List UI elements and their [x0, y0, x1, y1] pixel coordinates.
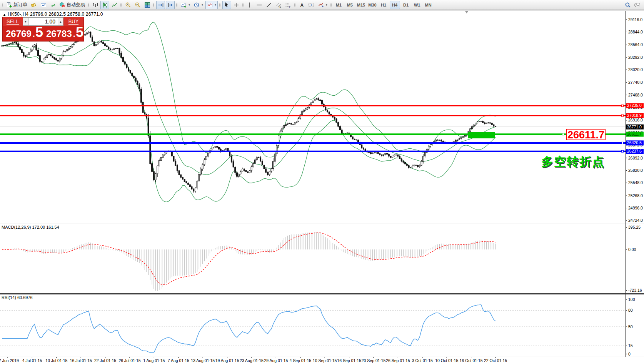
- svg-text:15: 15: [628, 343, 633, 348]
- rectangle-object[interactable]: [468, 132, 495, 138]
- text-button[interactable]: A: [297, 1, 306, 9]
- line-chart-button[interactable]: [110, 1, 119, 9]
- bars-icon: [92, 2, 98, 8]
- svg-text:27740.0: 27740.0: [628, 80, 643, 85]
- collapse-panel-icon[interactable]: ▲: [3, 13, 6, 17]
- svg-text:E: E: [280, 5, 282, 8]
- horizontal-line-button[interactable]: [255, 1, 264, 9]
- new-order-button[interactable]: 新订单: [5, 1, 28, 9]
- svg-text:25820.0: 25820.0: [628, 168, 643, 173]
- new-chart-button[interactable]: ▼: [179, 1, 192, 9]
- chart-shift-button[interactable]: [166, 1, 175, 9]
- eraser-button[interactable]: [29, 1, 38, 9]
- svg-text:24996.0: 24996.0: [628, 206, 643, 210]
- chart-area[interactable]: 29116.028844.028564.028292.028020.027740…: [0, 0, 644, 364]
- volume-input[interactable]: [28, 17, 58, 26]
- fibo-icon: F: [285, 2, 291, 8]
- line-handle[interactable]: [622, 150, 624, 152]
- crosshair-button[interactable]: [232, 1, 241, 9]
- templates-button[interactable]: ▼: [205, 1, 218, 9]
- timeframe-h4-button[interactable]: H4: [390, 1, 400, 9]
- svg-text:25548.0: 25548.0: [628, 180, 643, 185]
- symbol-ohlc-text: HK50-,H4 26796.0 26832.5 26758.0 26771.0: [8, 12, 103, 17]
- timeframe-m30-button[interactable]: M30: [367, 1, 377, 9]
- toolbar-grip: [88, 2, 89, 8]
- buy-price[interactable]: 26783.5: [43, 26, 83, 41]
- search-icon[interactable]: [625, 2, 631, 8]
- channel-button[interactable]: E: [274, 1, 283, 9]
- volume-increase-button[interactable]: ▲: [58, 17, 63, 26]
- timeframe-h1-button[interactable]: H1: [379, 1, 389, 9]
- candles-icon: [102, 2, 108, 8]
- channel-icon: E: [275, 2, 282, 8]
- candlestick-chart-button[interactable]: [100, 1, 109, 9]
- svg-text:4 Sep 01:15: 4 Sep 01:15: [289, 358, 311, 363]
- toolbar-grip: [2, 2, 3, 8]
- trendline-button[interactable]: [265, 1, 274, 9]
- symbol-ohlc-header: ▲HK50-,H4 26796.0 26832.5 26758.0 26771.…: [3, 12, 103, 17]
- signals-button[interactable]: [48, 1, 57, 9]
- eraser-icon: [31, 2, 37, 8]
- svg-text:25268.0: 25268.0: [628, 193, 643, 198]
- fibonacci-button[interactable]: F: [284, 1, 293, 9]
- price-axis[interactable]: 29116.028844.028564.028292.028020.027740…: [626, 10, 644, 357]
- turning-point-annotation[interactable]: 多空转折点: [541, 154, 605, 170]
- chart-window-icon: [40, 2, 47, 8]
- line-handle[interactable]: [622, 105, 624, 106]
- svg-text:16 Sep 01:15: 16 Sep 01:15: [337, 358, 361, 363]
- vertical-line-button[interactable]: [245, 1, 254, 9]
- timeframe-m1-button[interactable]: M1: [334, 1, 344, 9]
- svg-text:100: 100: [628, 297, 635, 302]
- text-label-button[interactable]: T: [307, 1, 316, 9]
- depth-of-market-button[interactable]: [39, 1, 48, 9]
- line-handle[interactable]: [622, 142, 624, 144]
- time-axis[interactable]: 27 Jun 20194 Jul 01:1510 Jul 01:1516 Jul…: [0, 357, 644, 364]
- svg-text:29116.0: 29116.0: [628, 17, 642, 22]
- svg-text:27018.9: 27018.9: [627, 113, 642, 118]
- chart-plus-icon: [180, 2, 187, 8]
- volume-decrease-button[interactable]: ▼: [23, 17, 28, 26]
- toolbar-grip: [153, 2, 154, 8]
- search-icon: [625, 2, 631, 8]
- timeframe-d1-button[interactable]: D1: [401, 1, 411, 9]
- cursor-button[interactable]: [222, 1, 231, 9]
- price-text-annotation[interactable]: 26611.7: [566, 129, 606, 140]
- toolbar-grip: [294, 2, 295, 8]
- auto-scroll-button[interactable]: [156, 1, 165, 9]
- arrows-button[interactable]: ▼: [317, 1, 329, 9]
- chat-icon[interactable]: [634, 2, 640, 8]
- timeframe-w1-button[interactable]: W1: [412, 1, 422, 9]
- svg-text:26 Jul 01:15: 26 Jul 01:15: [118, 358, 140, 363]
- textA-icon: A: [299, 2, 305, 8]
- bar-chart-button[interactable]: [91, 1, 100, 9]
- timeframe-mn-button[interactable]: MN: [423, 1, 434, 9]
- svg-text:T: T: [310, 3, 312, 7]
- svg-text:26 Sep 01:15: 26 Sep 01:15: [386, 358, 410, 363]
- svg-text:28020.0: 28020.0: [628, 67, 643, 72]
- toolbar-grip: [219, 2, 220, 8]
- zoom-out-button[interactable]: [133, 1, 142, 9]
- line-handle[interactable]: [622, 115, 624, 116]
- toolbar-grip: [120, 2, 122, 8]
- svg-text:22 Oct 01:15: 22 Oct 01:15: [484, 358, 507, 363]
- svg-text:26092.0: 26092.0: [628, 156, 643, 160]
- signal-icon: [50, 2, 56, 8]
- shapes-icon: [318, 2, 324, 8]
- trendline-icon: [266, 2, 272, 8]
- svg-text:28564.0: 28564.0: [628, 42, 643, 47]
- timeframe-m5-button[interactable]: M5: [345, 1, 355, 9]
- zoom-in-button[interactable]: [123, 1, 132, 9]
- timeframe-m15-button[interactable]: M15: [356, 1, 366, 9]
- zoom-in-icon: [125, 2, 131, 8]
- autotrading-button[interactable]: 自动交易: [58, 1, 86, 9]
- sell-price[interactable]: 26769.5: [3, 26, 43, 41]
- periods-button[interactable]: ▼: [192, 1, 205, 9]
- svg-text:28292.0: 28292.0: [628, 55, 643, 60]
- line-handle[interactable]: [562, 133, 564, 135]
- sell-button[interactable]: SELL: [3, 17, 23, 26]
- svg-text:13 Aug 01:15: 13 Aug 01:15: [191, 358, 215, 363]
- doc-plus-icon: [6, 2, 12, 8]
- svg-text:27 Jun 2019: 27 Jun 2019: [0, 358, 19, 363]
- toolbar-grip: [176, 2, 177, 8]
- tile-windows-button[interactable]: [143, 1, 152, 9]
